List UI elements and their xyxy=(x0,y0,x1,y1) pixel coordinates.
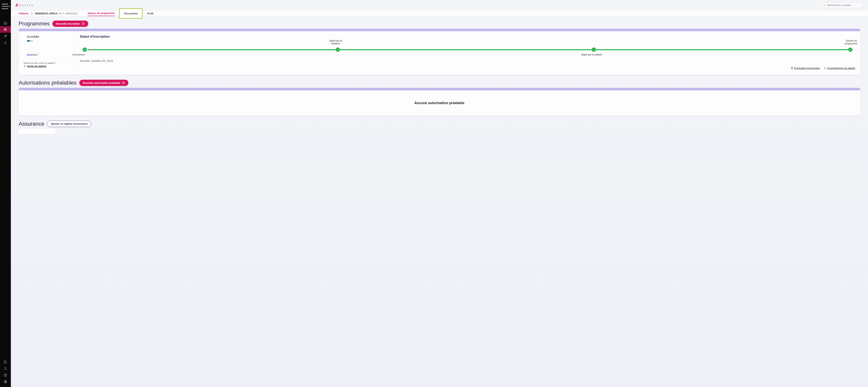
enrollment-status-title: Statut d'inscription xyxy=(80,35,855,39)
svg-point-2 xyxy=(5,35,6,36)
enrollment-stepper: Commencé Signé par le médecin Signé par … xyxy=(80,45,855,54)
step-node-doctor-signed xyxy=(336,47,340,52)
brand-logo[interactable]: /// AUXITA xyxy=(16,3,34,7)
svg-point-3 xyxy=(5,367,6,368)
patient-search[interactable] xyxy=(821,2,863,8)
prior-auth-title: Autorisations préalables xyxy=(19,80,76,86)
plus-circle-icon xyxy=(122,81,125,84)
search-icon xyxy=(823,4,826,7)
nav-home[interactable] xyxy=(0,20,11,26)
placebo-brand-bars-icon xyxy=(27,39,71,42)
brand-mark-icon: /// xyxy=(16,3,18,7)
step-label-submitted: Soumis au programme xyxy=(834,39,857,45)
patient-consent-label: Consentement du patient xyxy=(827,67,855,70)
svg-point-7 xyxy=(824,4,825,6)
step-label-started: Commencé xyxy=(72,53,99,56)
auxnav-product: AuxNav+ xyxy=(27,52,71,56)
patient-consent-link[interactable]: Consentement du patient xyxy=(824,67,855,70)
svg-point-1 xyxy=(5,29,6,30)
plus-circle-icon xyxy=(82,22,85,25)
new-prior-auth-label: Nouvelle autorisation préalable xyxy=(83,82,120,84)
prior-auth-empty: Aucune autorisation préalable xyxy=(414,101,464,105)
breadcrumb-root[interactable]: Patients xyxy=(19,12,29,15)
step-label-patient-signed: Signé par le patient xyxy=(580,53,603,56)
insurance-card-stub xyxy=(19,129,56,134)
tab-program-overview[interactable]: Aperçu du programme xyxy=(88,12,115,16)
tabs: Aperçu du programme Documents Profil xyxy=(88,11,153,16)
patient-meta: (39, F, 1984/05/04) xyxy=(58,12,78,15)
enrollment-form-label: Formulaire d'inscription xyxy=(794,67,820,70)
new-prior-auth-button[interactable]: Nouvelle autorisation préalable xyxy=(79,80,128,86)
discharge-link-label: Sortie du patient xyxy=(27,65,46,68)
nav-upload[interactable] xyxy=(0,39,11,46)
add-insurance-button[interactable]: Ajouter un régime d'assurance xyxy=(47,121,91,127)
svg-rect-0 xyxy=(4,29,6,31)
new-enrollment-button[interactable]: Nouvelle inscription xyxy=(52,21,88,27)
programs-title: Programmes xyxy=(19,21,50,27)
nav-logout[interactable] xyxy=(0,359,11,365)
brand-name: AUXITA xyxy=(19,4,34,7)
program-card-right: Statut d'inscription Commencé Signé par … xyxy=(75,31,860,75)
program-card: PLACEBO AuxNav+ Besoin de faire sortir c… xyxy=(19,29,860,75)
search-input[interactable] xyxy=(827,4,861,7)
new-enrollment-label: Nouvelle inscription xyxy=(56,22,80,25)
svg-point-6 xyxy=(5,381,6,382)
tab-profile[interactable]: Profil xyxy=(147,12,153,16)
step-label-doctor-signed: Signé par le médecin xyxy=(324,39,347,45)
nav-patients[interactable] xyxy=(0,26,11,33)
content: Programmes Nouvelle inscription PLACEBO … xyxy=(11,16,868,142)
program-card-left: PLACEBO AuxNav+ Besoin de faire sortir c… xyxy=(19,31,75,75)
submitted-date: Soumis: octobre 25, 2023 xyxy=(80,59,855,62)
patient-name: DEMARCO, ERICA xyxy=(35,12,57,15)
nav-help[interactable] xyxy=(0,372,11,379)
person-exit-icon xyxy=(24,65,26,68)
person-icon xyxy=(824,67,826,69)
svg-point-9 xyxy=(24,66,25,66)
document-icon xyxy=(790,67,793,69)
discharge-question: Besoin de faire sortir ce patient ? xyxy=(24,62,71,64)
step-node-submitted xyxy=(848,47,852,52)
patient-discharge-link[interactable]: Sortie du patient xyxy=(24,65,46,68)
sidebar xyxy=(0,0,11,387)
nav-launch[interactable] xyxy=(0,33,11,39)
topbar: /// AUXITA xyxy=(0,0,868,10)
insurance-title: Assurance xyxy=(19,121,44,127)
subheader: Patients ❯ DEMARCO, ERICA (39, F, 1984/0… xyxy=(11,10,868,16)
add-insurance-label: Ajouter un régime d'assurance xyxy=(51,122,88,125)
chevron-right-icon: ❯ xyxy=(31,12,33,15)
nav-settings[interactable] xyxy=(0,379,11,385)
step-node-patient-signed xyxy=(592,47,596,52)
nav-account[interactable] xyxy=(0,365,11,372)
prior-auth-card: Aucune autorisation préalable xyxy=(19,88,860,116)
enrollment-form-link[interactable]: Formulaire d'inscription xyxy=(790,67,820,70)
svg-point-10 xyxy=(825,67,825,68)
main: /// AUXITA Patients ❯ DEMARCO, ERICA (39… xyxy=(11,0,868,387)
placebo-brand: PLACEBO xyxy=(27,35,71,38)
step-node-started xyxy=(83,47,87,52)
